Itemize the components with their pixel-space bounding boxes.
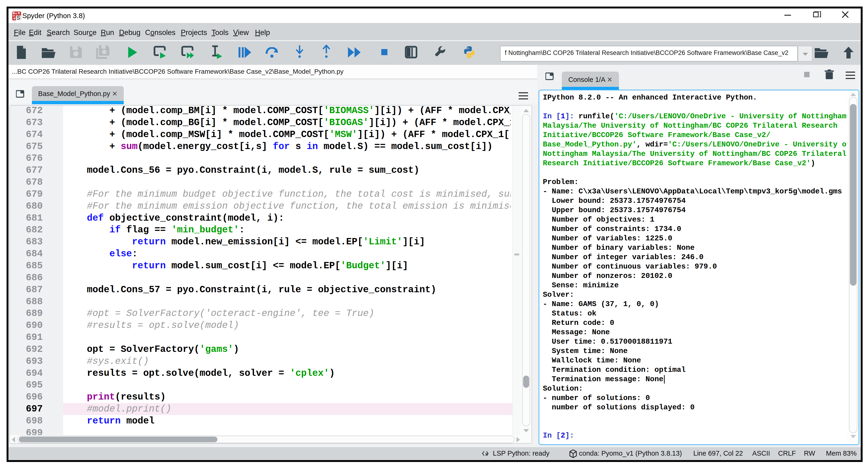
- svg-text:S: S: [17, 15, 21, 21]
